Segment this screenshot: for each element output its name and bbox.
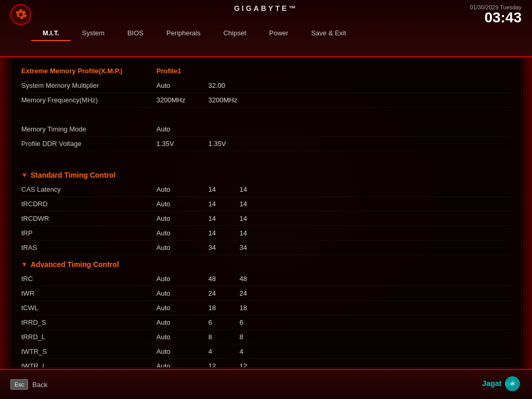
setting-value2: 48 <box>208 275 240 283</box>
setting-label: tRC <box>21 275 156 283</box>
setting-row[interactable]: tRRD_L Auto 8 8 <box>21 330 511 344</box>
setting-value: Auto <box>156 275 208 283</box>
setting-value: Auto <box>156 244 208 251</box>
setting-row[interactable]: tRCDWR Auto 14 14 <box>21 211 511 226</box>
setting-value3: 24 <box>240 289 271 297</box>
xmp-row[interactable]: Extreme Memory Profile(X.M.P.) Profile1 <box>21 63 511 78</box>
section-label: Advanced Timing Control <box>31 260 119 269</box>
setting-label: CAS Latency <box>21 185 156 193</box>
setting-value2: 18 <box>208 304 240 312</box>
setting-label: tRP <box>21 229 156 237</box>
xmp-value: Profile1 <box>156 67 181 75</box>
setting-value3: 14 <box>240 185 271 193</box>
svg-text:OC: OC <box>505 381 514 387</box>
setting-row[interactable]: Memory Frequency(MHz) 3200MHz 3200MHz <box>21 93 511 108</box>
setting-row[interactable]: CAS Latency Auto 14 14 <box>21 182 511 197</box>
setting-row[interactable]: System Memory Multiplier Auto 32.00 <box>21 78 511 93</box>
setting-label: tWR <box>21 289 156 297</box>
setting-label: tRRD_L <box>21 333 156 341</box>
bottom-bar: Esc Back ❄ Jagat OC <box>0 369 532 399</box>
nav-item-peripherals[interactable]: Peripherals <box>155 26 212 41</box>
setting-value2: 32.00 <box>208 82 240 89</box>
setting-row[interactable]: tRC Auto 48 48 <box>21 272 511 286</box>
nav-item-bios[interactable]: BIOS <box>116 26 155 41</box>
side-decoration-right <box>523 57 532 369</box>
setting-value2: 3200MHz <box>208 96 240 104</box>
setting-value: Auto <box>156 318 208 326</box>
setting-value3: 14 <box>240 215 271 222</box>
nav-bar: M.I.T.SystemBIOSPeripheralsChipsetPowerS… <box>0 23 532 43</box>
setting-label: tCWL <box>21 304 156 312</box>
setting-value3: 14 <box>240 200 271 208</box>
setting-row[interactable]: Profile DDR Voltage 1.35V 1.35V <box>21 137 511 151</box>
main-content: Extreme Memory Profile(X.M.P.) Profile1 … <box>10 57 522 368</box>
setting-row[interactable]: tWTR_S Auto 4 4 <box>21 344 511 359</box>
setting-value: Auto <box>156 333 208 341</box>
setting-label: tRCDWR <box>21 215 156 222</box>
setting-label: tRAS <box>21 244 156 251</box>
triangle-icon: ▼ <box>21 171 28 179</box>
setting-row[interactable]: tCWL Auto 18 18 <box>21 301 511 315</box>
setting-value2: 6 <box>208 318 240 326</box>
setting-label: tRRD_S <box>21 318 156 326</box>
setting-row[interactable]: tWTR_L Auto 12 12 <box>21 359 511 367</box>
nav-item-chipset[interactable]: Chipset <box>212 26 258 41</box>
setting-value2: 4 <box>208 348 240 355</box>
brand-row: GIGABYTE™ 01/30/2029 Tuesday 03:43 <box>0 0 532 23</box>
setting-value: Auto <box>156 82 208 89</box>
setting-label: Profile DDR Voltage <box>21 140 156 148</box>
xmp-label: Extreme Memory Profile(X.M.P.) <box>21 67 156 75</box>
nav-item-save---exit[interactable]: Save & Exit <box>300 26 357 41</box>
standard-timing-section-header[interactable]: ▼ Standard Timing Control <box>21 166 511 182</box>
setting-value2: 1.35V <box>208 140 240 148</box>
setting-label: Memory Timing Mode <box>21 125 156 133</box>
setting-value3: 48 <box>240 275 271 283</box>
setting-value: Auto <box>156 289 208 297</box>
setting-row[interactable]: tRCDRD Auto 14 14 <box>21 197 511 211</box>
setting-label: tWTR_S <box>21 348 156 355</box>
setting-value: Auto <box>156 362 208 367</box>
setting-value: 1.35V <box>156 140 208 148</box>
setting-value: Auto <box>156 125 208 133</box>
spacer-row <box>21 108 511 122</box>
setting-label: tRCDRD <box>21 200 156 208</box>
setting-row[interactable]: Memory Timing Mode Auto <box>21 122 511 137</box>
side-decoration-left <box>0 57 9 369</box>
setting-value2: 14 <box>208 200 240 208</box>
setting-value: Auto <box>156 304 208 312</box>
setting-value3: 6 <box>240 318 271 326</box>
setting-value3: 12 <box>240 362 271 367</box>
nav-item-system[interactable]: System <box>71 26 116 41</box>
setting-value2: 8 <box>208 333 240 341</box>
advanced-timing-section-header[interactable]: ▼ Advanced Timing Control <box>21 255 511 272</box>
setting-label: Memory Frequency(MHz) <box>21 96 156 104</box>
back-label: Back <box>32 381 47 389</box>
setting-value2: 34 <box>208 244 240 251</box>
setting-row[interactable]: tRP Auto 14 14 <box>21 226 511 241</box>
datetime: 01/30/2029 Tuesday 03:43 <box>470 4 522 25</box>
time-display: 03:43 <box>470 10 522 25</box>
setting-row[interactable]: tWR Auto 24 24 <box>21 286 511 301</box>
setting-value2: 14 <box>208 215 240 222</box>
brand-logo: GIGABYTE™ <box>234 4 298 20</box>
setting-value3: 18 <box>240 304 271 312</box>
setting-value3: 34 <box>240 244 271 251</box>
section-label: Standard Timing Control <box>31 171 116 179</box>
setting-value: 3200MHz <box>156 96 208 104</box>
jagat-oc-logo: ❄ Jagat OC <box>480 374 522 396</box>
setting-label: tWTR_L <box>21 362 156 367</box>
setting-value: Auto <box>156 215 208 222</box>
esc-button[interactable]: Esc <box>10 379 28 390</box>
setting-row[interactable]: tRAS Auto 34 34 <box>21 241 511 255</box>
settings-list: Extreme Memory Profile(X.M.P.) Profile1 … <box>11 58 521 367</box>
nav-item-m-i-t-[interactable]: M.I.T. <box>31 26 71 41</box>
nav-item-power[interactable]: Power <box>258 26 300 41</box>
gear-icon <box>10 4 31 25</box>
setting-value2: 14 <box>208 185 240 193</box>
top-bar: GIGABYTE™ 01/30/2029 Tuesday 03:43 M.I.T… <box>0 0 532 57</box>
setting-value: Auto <box>156 200 208 208</box>
setting-label: System Memory Multiplier <box>21 82 156 89</box>
spacer-row <box>21 151 511 166</box>
setting-row[interactable]: tRRD_S Auto 6 6 <box>21 315 511 330</box>
svg-text:Jagat: Jagat <box>482 379 502 388</box>
